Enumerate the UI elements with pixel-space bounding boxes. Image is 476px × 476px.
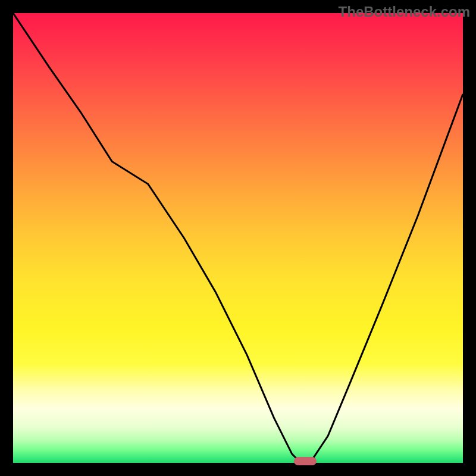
plot-area bbox=[13, 13, 463, 463]
chart-container: TheBottleneck.com bbox=[0, 0, 476, 476]
attribution-label: TheBottleneck.com bbox=[339, 4, 470, 20]
curve-svg bbox=[13, 13, 463, 463]
bottleneck-curve bbox=[13, 13, 463, 463]
optimal-marker bbox=[294, 457, 317, 465]
